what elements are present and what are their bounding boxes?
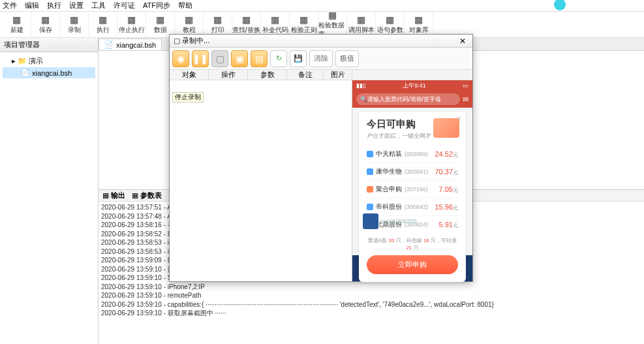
signal-icon: ▮▮▯: [356, 82, 366, 89]
message-icon[interactable]: ✉: [463, 95, 468, 104]
col-object: 对象: [170, 70, 209, 80]
log-line: 2020-06-29 13:59:10 - 获取屏幕截图中 ······: [101, 309, 641, 318]
tool-12[interactable]: ▦调用脚本: [347, 12, 376, 37]
menu-bar: 文件 编辑 执行 设置 工具 许可证 ATF同步 帮助: [0, 0, 644, 12]
clear-btn[interactable]: 清除: [309, 50, 333, 67]
tool-7[interactable]: ▦打印: [204, 12, 232, 37]
tool-3[interactable]: ▦执行: [89, 12, 117, 37]
card-illustration: [433, 118, 459, 138]
record-btn-3[interactable]: ▢: [211, 50, 228, 67]
card-footer: 普通A股 20 只，科创板 16 只，可转债 21 只: [367, 237, 458, 251]
dialog-title: ▢ 录制中...: [174, 36, 209, 46]
stock-row[interactable]: 聚合申购 (207166)7.05元: [367, 181, 458, 198]
battery-icon: ▭: [463, 82, 468, 89]
phone-time: 上午9:41: [403, 82, 426, 90]
project-panel: 项目管理器 ▸ 📁 演示 📄 xiangcai.bsh: [0, 38, 99, 344]
extremes-btn[interactable]: 极值: [335, 50, 359, 67]
tool-4[interactable]: ▦停止执行: [117, 12, 146, 37]
recent-item[interactable]: test20200320: [363, 213, 417, 229]
log-line: 2020-06-29 13:59:10 - remotePath: [101, 291, 641, 300]
menu-tools[interactable]: 工具: [91, 1, 106, 10]
tree-root[interactable]: ▸ 📁 演示: [3, 55, 95, 67]
menu-exec[interactable]: 执行: [47, 1, 61, 10]
menu-help[interactable]: 帮助: [178, 1, 192, 10]
record-grid-header: 对象 操作 参数 备注 图片: [170, 70, 472, 80]
tree-file[interactable]: 📄 xiangcai.bsh: [3, 67, 95, 78]
tool-0[interactable]: ▦新建: [3, 12, 31, 37]
thumb-icon: [363, 213, 378, 229]
phone-search-row: 🔍 请输入股票代码/简称/首字母 ✉: [352, 91, 472, 108]
col-action: 操作: [209, 70, 248, 80]
phone-search-input[interactable]: 🔍 请输入股票代码/简称/首字母: [356, 93, 460, 105]
tool-5[interactable]: ▦数据: [146, 12, 175, 37]
menu-edit[interactable]: 编辑: [25, 1, 39, 10]
tool-10[interactable]: ▦检验正则: [290, 12, 318, 37]
tool-2[interactable]: ▦录制: [60, 12, 89, 37]
pause-btn[interactable]: ❚❚: [192, 50, 209, 67]
col-params: 参数: [248, 70, 287, 80]
recording-dialog: ▢ 录制中... ✕ ◉ ❚❚ ▢ ▣ ▤ ↻ 💾 清除 极值 停止录制 对象 …: [169, 34, 473, 282]
col-image: 图片: [324, 70, 352, 80]
device-preview: ▮▮▯ 上午9:41 ▭ 🔍 请输入股票代码/简称/首字母 ✉ ✕ 今日可申购 …: [352, 80, 472, 281]
editor-tab[interactable]: 📄 xiangcai.bsh: [99, 39, 162, 50]
menu-license[interactable]: 许可证: [114, 1, 135, 10]
tool-1[interactable]: ▦保存: [31, 12, 60, 37]
output-tab-params[interactable]: ▦ 参数表: [132, 191, 162, 200]
project-panel-title: 项目管理器: [0, 38, 98, 52]
log-line: 2020-06-29 13:59:10 - capabilities:{ ···…: [101, 300, 641, 309]
menu-atf[interactable]: ATF同步: [143, 1, 170, 10]
col-remark: 备注: [287, 70, 324, 80]
stock-row[interactable]: 康华生物 (300841)70.37元: [367, 163, 458, 181]
record-btn-5[interactable]: ▤: [251, 50, 268, 67]
apply-button[interactable]: 立即申购: [367, 255, 458, 274]
stop-record-tooltip: 停止录制: [172, 92, 204, 102]
tool-9[interactable]: ▦补全代码: [261, 12, 290, 37]
record-btn-4[interactable]: ▣: [231, 50, 248, 67]
menu-file[interactable]: 文件: [3, 1, 17, 10]
record-btn-1[interactable]: ◉: [172, 50, 189, 67]
refresh-btn[interactable]: ↻: [270, 50, 287, 67]
tool-14[interactable]: ▦对象库: [405, 12, 433, 37]
recording-toolbar: ◉ ❚❚ ▢ ▣ ▤ ↻ 💾 清除 极值: [170, 48, 472, 70]
log-line: 2020-06-29 13:59:10 - iPhone7,2:IP: [101, 283, 641, 292]
ipo-card: ✕ 今日可申购 户台才跟踪，一键全网罗 中天精装 (002989)24.52元康…: [359, 112, 466, 282]
phone-status-bar: ▮▮▯ 上午9:41 ▭: [352, 80, 472, 91]
output-tab-log[interactable]: ▦ 输出: [102, 191, 125, 200]
tool-13[interactable]: ▦语句参数: [376, 12, 405, 37]
record-grid-body[interactable]: [170, 80, 352, 281]
menu-settings[interactable]: 设置: [69, 1, 84, 10]
save-rec-btn[interactable]: 💾: [290, 50, 307, 67]
tool-6[interactable]: ▦教程: [175, 12, 204, 37]
close-icon[interactable]: ✕: [459, 37, 468, 46]
tool-11[interactable]: ▦检验数据库: [318, 12, 347, 37]
stock-row[interactable]: 中天精装 (002989)24.52元: [367, 146, 458, 163]
project-tree[interactable]: ▸ 📁 演示 📄 xiangcai.bsh: [0, 52, 98, 81]
tool-8[interactable]: ▦查找/替换: [232, 12, 261, 37]
